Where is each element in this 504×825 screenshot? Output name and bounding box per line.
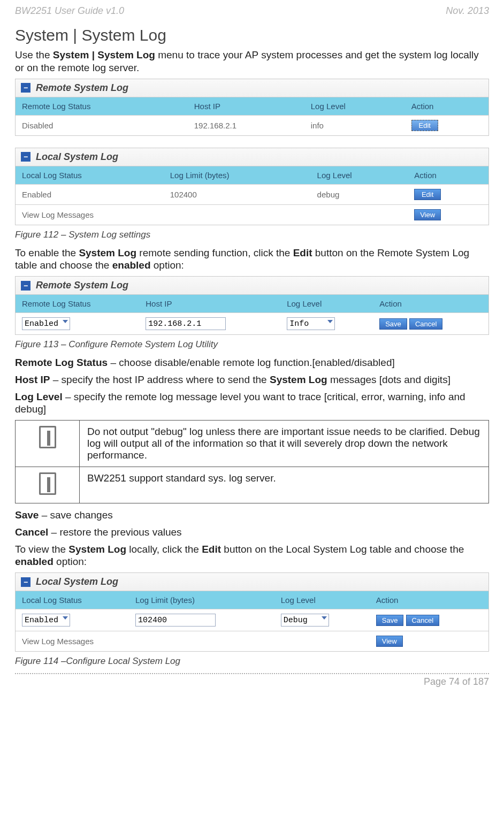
info-icon-cell xyxy=(16,467,80,503)
page-title: System | System Log xyxy=(15,26,489,44)
table-row: Disabled 192.168.2.1 info Edit xyxy=(16,115,488,135)
status-select[interactable] xyxy=(22,614,70,627)
cell-level xyxy=(280,313,373,335)
cancel-button[interactable]: Cancel xyxy=(406,615,439,626)
col-status: Local Log Status xyxy=(16,166,164,184)
level-select[interactable] xyxy=(287,317,335,330)
cell-limit xyxy=(129,609,274,631)
table-row: Save Cancel xyxy=(16,609,488,631)
cell-level: debug xyxy=(311,184,408,204)
cell-status xyxy=(16,313,139,335)
panel-header-local-edit: − Local System Log xyxy=(16,573,488,591)
page-footer: Page 74 of 187 xyxy=(15,676,489,688)
col-action: Action xyxy=(373,295,488,313)
table-header-row: Local Log Status Log Limit (bytes) Log L… xyxy=(16,166,488,184)
panel-title: Remote System Log xyxy=(36,82,128,94)
cell-level xyxy=(274,609,370,631)
table-header-row: Remote Log Status Host IP Log Level Acti… xyxy=(16,97,488,115)
cell-action: Edit xyxy=(408,184,488,204)
note-row-1: Do not output "debug" log unless there a… xyxy=(16,421,489,467)
note-text-1: Do not output "debug" log unless there a… xyxy=(80,421,489,467)
local-log-panel: − Local System Log Local Log Status Log … xyxy=(15,148,489,225)
col-level: Log Level xyxy=(274,591,370,609)
table-row: Enabled 102400 debug Edit xyxy=(16,184,488,204)
local-edit-table: Local Log Status Log Limit (bytes) Log L… xyxy=(16,591,488,651)
panel-title: Remote System Log xyxy=(36,280,128,291)
status-select[interactable] xyxy=(22,317,70,330)
panel-header-remote-edit: − Remote System Log xyxy=(16,277,488,294)
cell-action: Edit xyxy=(405,115,488,135)
panel-title: Local System Log xyxy=(36,576,118,587)
col-limit: Log Limit (bytes) xyxy=(129,591,274,609)
table-header-row: Local Log Status Log Limit (bytes) Log L… xyxy=(16,591,488,609)
remote-edit-table: Remote Log Status Host IP Log Level Acti… xyxy=(16,294,488,334)
col-level: Log Level xyxy=(280,295,373,313)
desc-log-level: Log Level – specify the remote log messa… xyxy=(15,391,489,416)
enable-remote-paragraph: To enable the System Log remote sending … xyxy=(15,247,489,272)
cell-host xyxy=(139,313,280,335)
edit-button[interactable]: Edit xyxy=(414,189,441,200)
view-log-label: View Log Messages xyxy=(16,631,370,652)
level-select[interactable] xyxy=(281,614,329,627)
edit-button[interactable]: Edit xyxy=(411,120,438,131)
view-button[interactable]: View xyxy=(414,209,441,220)
col-action: Action xyxy=(370,591,488,609)
cell-action: Save Cancel xyxy=(373,313,488,335)
table-header-row: Remote Log Status Host IP Log Level Acti… xyxy=(16,295,488,313)
page-divider xyxy=(15,673,489,674)
panel-header-local: − Local System Log xyxy=(16,148,488,166)
cell-level: info xyxy=(304,115,405,135)
view-local-paragraph: To view the System Log locally, click th… xyxy=(15,543,489,569)
cancel-button[interactable]: Cancel xyxy=(409,318,442,330)
desc-remote-status: Remote Log Status – choose disable/enabl… xyxy=(15,356,489,369)
panel-header-remote: − Remote System Log xyxy=(16,79,488,97)
doc-date: Nov. 2013 xyxy=(446,5,489,17)
cell-status xyxy=(16,609,129,631)
figure-caption-114: Figure 114 –Configure Local System Log xyxy=(15,656,489,667)
page-header: BW2251 User Guide v1.0 Nov. 2013 xyxy=(15,5,489,17)
cell-status: Enabled xyxy=(16,184,164,204)
cell-action: Save Cancel xyxy=(370,609,488,631)
log-limit-input[interactable] xyxy=(135,614,216,627)
col-level: Log Level xyxy=(311,166,408,184)
note-text-2: BW2251 support standard sys. log server. xyxy=(80,467,489,503)
col-action: Action xyxy=(405,97,488,115)
info-notes-table: Do not output "debug" log unless there a… xyxy=(15,420,489,503)
col-host: Host IP xyxy=(188,97,304,115)
table-row: Save Cancel xyxy=(16,313,488,335)
cell-host: 192.168.2.1 xyxy=(188,115,304,135)
host-ip-input[interactable] xyxy=(146,317,226,330)
desc-cancel: Cancel – restore the previous values xyxy=(15,526,489,539)
info-icon xyxy=(39,426,56,448)
table-row: View Log Messages View xyxy=(16,204,488,225)
collapse-icon: − xyxy=(21,152,30,162)
col-status: Remote Log Status xyxy=(16,97,188,115)
collapse-icon: − xyxy=(21,281,30,291)
figure-caption-113: Figure 113 – Configure Remote System Log… xyxy=(15,339,489,350)
doc-title: BW2251 User Guide v1.0 xyxy=(15,5,124,17)
save-button[interactable]: Save xyxy=(379,318,407,330)
figure-caption-112: Figure 112 – System Log settings xyxy=(15,230,489,240)
col-level: Log Level xyxy=(304,97,405,115)
col-status: Local Log Status xyxy=(16,591,129,609)
desc-host-ip: Host IP – specify the host IP address wh… xyxy=(15,373,489,386)
cell-action: View xyxy=(408,204,488,225)
view-button[interactable]: View xyxy=(376,636,403,647)
cell-status: Disabled xyxy=(16,115,188,135)
view-log-label: View Log Messages xyxy=(16,204,408,225)
col-action: Action xyxy=(408,166,488,184)
collapse-icon: − xyxy=(21,577,30,587)
col-status: Remote Log Status xyxy=(16,295,139,313)
cell-action: View xyxy=(370,631,488,652)
remote-log-panel: − Remote System Log Remote Log Status Ho… xyxy=(15,79,489,136)
save-button[interactable]: Save xyxy=(376,615,404,626)
cell-limit: 102400 xyxy=(164,184,311,204)
remote-log-edit-panel: − Remote System Log Remote Log Status Ho… xyxy=(15,276,489,335)
intro-paragraph: Use the System | System Log menu to trac… xyxy=(15,49,489,74)
local-log-edit-panel: − Local System Log Local Log Status Log … xyxy=(15,572,489,652)
remote-log-table: Remote Log Status Host IP Log Level Acti… xyxy=(16,97,488,135)
info-icon xyxy=(39,472,56,495)
col-limit: Log Limit (bytes) xyxy=(164,166,311,184)
desc-save: Save – save changes xyxy=(15,509,489,522)
panel-title: Local System Log xyxy=(36,151,118,163)
